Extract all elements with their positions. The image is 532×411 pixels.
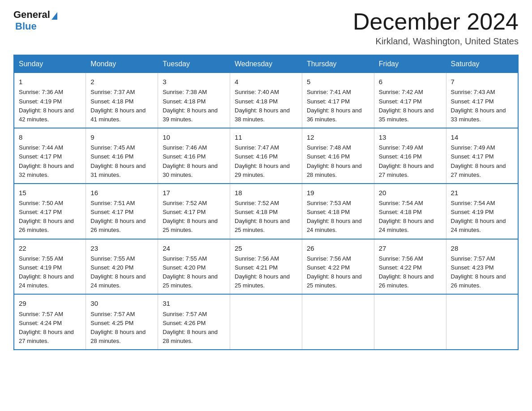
day-detail: Sunrise: 7:54 AMSunset: 4:18 PMDaylight:…: [379, 200, 434, 233]
logo-blue-text: Blue: [15, 21, 37, 32]
calendar-day-cell: 23Sunrise: 7:55 AMSunset: 4:20 PMDayligh…: [86, 239, 158, 295]
calendar-header-row: SundayMondayTuesdayWednesdayThursdayFrid…: [14, 55, 518, 73]
calendar-day-cell: 31Sunrise: 7:57 AMSunset: 4:26 PMDayligh…: [158, 294, 230, 350]
calendar-day-cell: 3Sunrise: 7:38 AMSunset: 4:18 PMDaylight…: [158, 73, 230, 128]
day-number: 9: [90, 132, 153, 142]
day-number: 13: [379, 132, 442, 142]
logo: General Blue: [13, 9, 57, 32]
day-number: 31: [163, 298, 225, 308]
calendar-day-cell: 8Sunrise: 7:44 AMSunset: 4:17 PMDaylight…: [14, 128, 86, 184]
page-header: General Blue December 2024 Kirkland, Was…: [13, 9, 519, 47]
day-number: 1: [19, 77, 81, 87]
day-number: 29: [19, 298, 81, 308]
calendar-day-cell: 29Sunrise: 7:57 AMSunset: 4:24 PMDayligh…: [14, 294, 86, 350]
calendar-day-cell: 13Sunrise: 7:49 AMSunset: 4:16 PMDayligh…: [374, 128, 446, 184]
day-detail: Sunrise: 7:44 AMSunset: 4:17 PMDaylight:…: [19, 144, 74, 178]
header-right: December 2024 Kirkland, Washington, Unit…: [353, 9, 519, 47]
calendar-day-cell: 4Sunrise: 7:40 AMSunset: 4:18 PMDaylight…: [230, 73, 302, 128]
day-detail: Sunrise: 7:57 AMSunset: 4:25 PMDaylight:…: [90, 311, 146, 344]
day-detail: Sunrise: 7:56 AMSunset: 4:22 PMDaylight:…: [307, 255, 362, 289]
calendar-day-cell: 26Sunrise: 7:56 AMSunset: 4:22 PMDayligh…: [302, 239, 374, 295]
day-number: 22: [19, 243, 81, 253]
calendar-day-cell: [374, 294, 446, 350]
calendar-day-cell: 11Sunrise: 7:47 AMSunset: 4:16 PMDayligh…: [230, 128, 302, 184]
calendar-week-row: 15Sunrise: 7:50 AMSunset: 4:17 PMDayligh…: [14, 184, 518, 239]
calendar-day-cell: 28Sunrise: 7:57 AMSunset: 4:23 PMDayligh…: [446, 239, 518, 295]
day-detail: Sunrise: 7:52 AMSunset: 4:18 PMDaylight:…: [235, 200, 290, 233]
calendar-day-cell: 7Sunrise: 7:43 AMSunset: 4:17 PMDaylight…: [446, 73, 518, 128]
calendar-day-cell: 21Sunrise: 7:54 AMSunset: 4:19 PMDayligh…: [446, 184, 518, 239]
day-number: 6: [379, 77, 442, 87]
day-number: 20: [379, 188, 442, 198]
calendar-day-header: Friday: [374, 55, 446, 73]
day-detail: Sunrise: 7:36 AMSunset: 4:19 PMDaylight:…: [19, 89, 74, 122]
day-number: 4: [235, 77, 297, 87]
day-number: 23: [90, 243, 153, 253]
day-number: 19: [307, 188, 369, 198]
day-number: 11: [235, 132, 297, 142]
calendar-day-cell: 25Sunrise: 7:56 AMSunset: 4:21 PMDayligh…: [230, 239, 302, 295]
day-number: 10: [163, 132, 225, 142]
calendar-day-header: Saturday: [446, 55, 518, 73]
calendar-day-header: Sunday: [14, 55, 86, 73]
day-detail: Sunrise: 7:42 AMSunset: 4:17 PMDaylight:…: [379, 89, 434, 122]
day-number: 7: [451, 77, 513, 87]
calendar-week-row: 22Sunrise: 7:55 AMSunset: 4:19 PMDayligh…: [14, 239, 518, 295]
day-number: 24: [163, 243, 225, 253]
day-detail: Sunrise: 7:38 AMSunset: 4:18 PMDaylight:…: [163, 89, 218, 122]
calendar-day-header: Wednesday: [230, 55, 302, 73]
calendar-day-cell: [446, 294, 518, 350]
day-number: 25: [235, 243, 297, 253]
calendar-day-cell: 19Sunrise: 7:53 AMSunset: 4:18 PMDayligh…: [302, 184, 374, 239]
day-detail: Sunrise: 7:57 AMSunset: 4:26 PMDaylight:…: [163, 311, 218, 344]
calendar-day-cell: 15Sunrise: 7:50 AMSunset: 4:17 PMDayligh…: [14, 184, 86, 239]
day-detail: Sunrise: 7:52 AMSunset: 4:17 PMDaylight:…: [163, 200, 218, 233]
day-detail: Sunrise: 7:47 AMSunset: 4:16 PMDaylight:…: [235, 144, 290, 178]
calendar-day-cell: [302, 294, 374, 350]
calendar-day-cell: 17Sunrise: 7:52 AMSunset: 4:17 PMDayligh…: [158, 184, 230, 239]
day-number: 27: [379, 243, 442, 253]
day-number: 2: [90, 77, 153, 87]
day-detail: Sunrise: 7:48 AMSunset: 4:16 PMDaylight:…: [307, 144, 362, 178]
day-number: 21: [451, 188, 513, 198]
calendar-table: SundayMondayTuesdayWednesdayThursdayFrid…: [13, 55, 519, 350]
day-detail: Sunrise: 7:37 AMSunset: 4:18 PMDaylight:…: [90, 89, 146, 122]
day-detail: Sunrise: 7:57 AMSunset: 4:23 PMDaylight:…: [451, 255, 506, 289]
day-detail: Sunrise: 7:49 AMSunset: 4:17 PMDaylight:…: [451, 144, 506, 178]
calendar-day-cell: 22Sunrise: 7:55 AMSunset: 4:19 PMDayligh…: [14, 239, 86, 295]
calendar-day-cell: 27Sunrise: 7:56 AMSunset: 4:22 PMDayligh…: [374, 239, 446, 295]
logo-triangle-icon: [51, 12, 57, 20]
day-number: 8: [19, 132, 81, 142]
calendar-day-cell: 24Sunrise: 7:55 AMSunset: 4:20 PMDayligh…: [158, 239, 230, 295]
day-detail: Sunrise: 7:56 AMSunset: 4:22 PMDaylight:…: [379, 255, 434, 289]
day-detail: Sunrise: 7:55 AMSunset: 4:19 PMDaylight:…: [19, 255, 74, 289]
day-number: 3: [163, 77, 225, 87]
day-number: 15: [19, 188, 81, 198]
day-detail: Sunrise: 7:41 AMSunset: 4:17 PMDaylight:…: [307, 89, 362, 122]
day-detail: Sunrise: 7:45 AMSunset: 4:16 PMDaylight:…: [90, 144, 146, 178]
logo-general-text: General: [13, 9, 50, 21]
day-detail: Sunrise: 7:55 AMSunset: 4:20 PMDaylight:…: [163, 255, 218, 289]
calendar-week-row: 1Sunrise: 7:36 AMSunset: 4:19 PMDaylight…: [14, 73, 518, 128]
day-number: 17: [163, 188, 225, 198]
calendar-week-row: 29Sunrise: 7:57 AMSunset: 4:24 PMDayligh…: [14, 294, 518, 350]
day-detail: Sunrise: 7:40 AMSunset: 4:18 PMDaylight:…: [235, 89, 290, 122]
location-subtitle: Kirkland, Washington, United States: [353, 36, 519, 47]
day-number: 5: [307, 77, 369, 87]
day-detail: Sunrise: 7:54 AMSunset: 4:19 PMDaylight:…: [451, 200, 506, 233]
calendar-day-cell: 9Sunrise: 7:45 AMSunset: 4:16 PMDaylight…: [86, 128, 158, 184]
calendar-day-cell: 16Sunrise: 7:51 AMSunset: 4:17 PMDayligh…: [86, 184, 158, 239]
day-number: 16: [90, 188, 153, 198]
calendar-day-cell: 5Sunrise: 7:41 AMSunset: 4:17 PMDaylight…: [302, 73, 374, 128]
day-number: 12: [307, 132, 369, 142]
day-detail: Sunrise: 7:56 AMSunset: 4:21 PMDaylight:…: [235, 255, 290, 289]
day-number: 26: [307, 243, 369, 253]
day-detail: Sunrise: 7:55 AMSunset: 4:20 PMDaylight:…: [90, 255, 146, 289]
day-number: 14: [451, 132, 513, 142]
day-detail: Sunrise: 7:53 AMSunset: 4:18 PMDaylight:…: [307, 200, 362, 233]
calendar-day-cell: 18Sunrise: 7:52 AMSunset: 4:18 PMDayligh…: [230, 184, 302, 239]
day-detail: Sunrise: 7:51 AMSunset: 4:17 PMDaylight:…: [90, 200, 146, 233]
calendar-day-header: Tuesday: [158, 55, 230, 73]
day-detail: Sunrise: 7:49 AMSunset: 4:16 PMDaylight:…: [379, 144, 434, 178]
day-number: 18: [235, 188, 297, 198]
